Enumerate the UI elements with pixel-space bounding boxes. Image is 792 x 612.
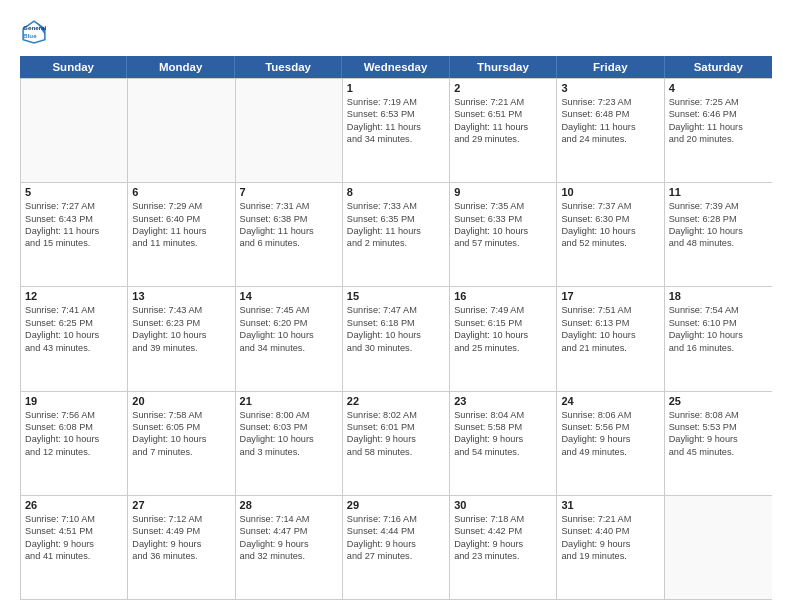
day-number: 15 [347,290,445,302]
cell-line: Sunset: 6:53 PM [347,108,445,120]
header-day-thursday: Thursday [450,56,557,78]
cell-line: Sunrise: 7:45 AM [240,304,338,316]
cell-line: Daylight: 9 hours [669,433,768,445]
calendar-day-29: 29Sunrise: 7:16 AMSunset: 4:44 PMDayligh… [343,496,450,599]
cell-line: and 27 minutes. [347,550,445,562]
cell-line: Daylight: 10 hours [132,329,230,341]
cell-line: Sunset: 6:30 PM [561,213,659,225]
day-number: 16 [454,290,552,302]
logo: General Blue [20,18,52,46]
cell-line: and 16 minutes. [669,342,768,354]
cell-line: Daylight: 10 hours [561,329,659,341]
header-day-saturday: Saturday [665,56,772,78]
cell-line: and 12 minutes. [25,446,123,458]
cell-line: Sunrise: 8:02 AM [347,409,445,421]
calendar-empty-cell [128,79,235,182]
cell-line: Daylight: 11 hours [561,121,659,133]
cell-line: and 58 minutes. [347,446,445,458]
cell-line: Daylight: 11 hours [132,225,230,237]
cell-line: Daylight: 10 hours [25,329,123,341]
day-number: 13 [132,290,230,302]
calendar-day-16: 16Sunrise: 7:49 AMSunset: 6:15 PMDayligh… [450,287,557,390]
cell-line: Sunset: 6:28 PM [669,213,768,225]
day-number: 8 [347,186,445,198]
cell-line: and 29 minutes. [454,133,552,145]
calendar-empty-cell [665,496,772,599]
cell-line: Sunrise: 7:41 AM [25,304,123,316]
cell-line: Daylight: 10 hours [669,329,768,341]
day-number: 11 [669,186,768,198]
calendar-day-1: 1Sunrise: 7:19 AMSunset: 6:53 PMDaylight… [343,79,450,182]
cell-line: Sunrise: 7:43 AM [132,304,230,316]
cell-line: Sunrise: 7:51 AM [561,304,659,316]
calendar-day-2: 2Sunrise: 7:21 AMSunset: 6:51 PMDaylight… [450,79,557,182]
cell-line: Sunset: 4:47 PM [240,525,338,537]
cell-line: Sunrise: 7:37 AM [561,200,659,212]
calendar-day-31: 31Sunrise: 7:21 AMSunset: 4:40 PMDayligh… [557,496,664,599]
cell-line: Sunrise: 7:33 AM [347,200,445,212]
cell-line: Sunrise: 7:58 AM [132,409,230,421]
day-number: 22 [347,395,445,407]
calendar: SundayMondayTuesdayWednesdayThursdayFrid… [20,56,772,600]
calendar-day-12: 12Sunrise: 7:41 AMSunset: 6:25 PMDayligh… [21,287,128,390]
calendar-day-26: 26Sunrise: 7:10 AMSunset: 4:51 PMDayligh… [21,496,128,599]
cell-line: Sunset: 5:53 PM [669,421,768,433]
calendar-day-19: 19Sunrise: 7:56 AMSunset: 6:08 PMDayligh… [21,392,128,495]
calendar-day-15: 15Sunrise: 7:47 AMSunset: 6:18 PMDayligh… [343,287,450,390]
cell-line: and 52 minutes. [561,237,659,249]
cell-line: and 2 minutes. [347,237,445,249]
day-number: 28 [240,499,338,511]
calendar-day-28: 28Sunrise: 7:14 AMSunset: 4:47 PMDayligh… [236,496,343,599]
cell-line: and 41 minutes. [25,550,123,562]
cell-line: Daylight: 9 hours [347,538,445,550]
cell-line: and 39 minutes. [132,342,230,354]
cell-line: Sunset: 6:15 PM [454,317,552,329]
cell-line: Sunset: 6:51 PM [454,108,552,120]
cell-line: Daylight: 10 hours [240,433,338,445]
cell-line: Daylight: 9 hours [132,538,230,550]
header-day-sunday: Sunday [20,56,127,78]
header-day-tuesday: Tuesday [235,56,342,78]
cell-line: Sunset: 4:42 PM [454,525,552,537]
day-number: 9 [454,186,552,198]
day-number: 14 [240,290,338,302]
cell-line: Daylight: 11 hours [240,225,338,237]
logo-icon: General Blue [20,18,48,46]
cell-line: Sunrise: 7:21 AM [454,96,552,108]
cell-line: and 57 minutes. [454,237,552,249]
calendar-day-6: 6Sunrise: 7:29 AMSunset: 6:40 PMDaylight… [128,183,235,286]
day-number: 1 [347,82,445,94]
header-day-monday: Monday [127,56,234,78]
calendar-header: SundayMondayTuesdayWednesdayThursdayFrid… [20,56,772,78]
cell-line: Daylight: 11 hours [25,225,123,237]
day-number: 25 [669,395,768,407]
calendar-day-23: 23Sunrise: 8:04 AMSunset: 5:58 PMDayligh… [450,392,557,495]
cell-line: and 6 minutes. [240,237,338,249]
cell-line: Sunrise: 8:04 AM [454,409,552,421]
day-number: 4 [669,82,768,94]
calendar-day-14: 14Sunrise: 7:45 AMSunset: 6:20 PMDayligh… [236,287,343,390]
cell-line: Sunset: 6:46 PM [669,108,768,120]
cell-line: and 49 minutes. [561,446,659,458]
cell-line: and 30 minutes. [347,342,445,354]
cell-line: Sunrise: 7:10 AM [25,513,123,525]
cell-line: Sunset: 6:23 PM [132,317,230,329]
cell-line: Daylight: 9 hours [454,538,552,550]
cell-line: Sunset: 4:44 PM [347,525,445,537]
cell-line: Sunset: 6:33 PM [454,213,552,225]
day-number: 2 [454,82,552,94]
cell-line: Sunrise: 7:16 AM [347,513,445,525]
day-number: 12 [25,290,123,302]
day-number: 31 [561,499,659,511]
day-number: 29 [347,499,445,511]
cell-line: Sunrise: 7:18 AM [454,513,552,525]
cell-line: and 23 minutes. [454,550,552,562]
cell-line: Sunrise: 8:06 AM [561,409,659,421]
cell-line: Daylight: 10 hours [454,225,552,237]
calendar-day-24: 24Sunrise: 8:06 AMSunset: 5:56 PMDayligh… [557,392,664,495]
cell-line: Sunset: 6:43 PM [25,213,123,225]
cell-line: Daylight: 11 hours [347,121,445,133]
cell-line: Sunset: 6:01 PM [347,421,445,433]
calendar-day-20: 20Sunrise: 7:58 AMSunset: 6:05 PMDayligh… [128,392,235,495]
cell-line: Daylight: 11 hours [669,121,768,133]
